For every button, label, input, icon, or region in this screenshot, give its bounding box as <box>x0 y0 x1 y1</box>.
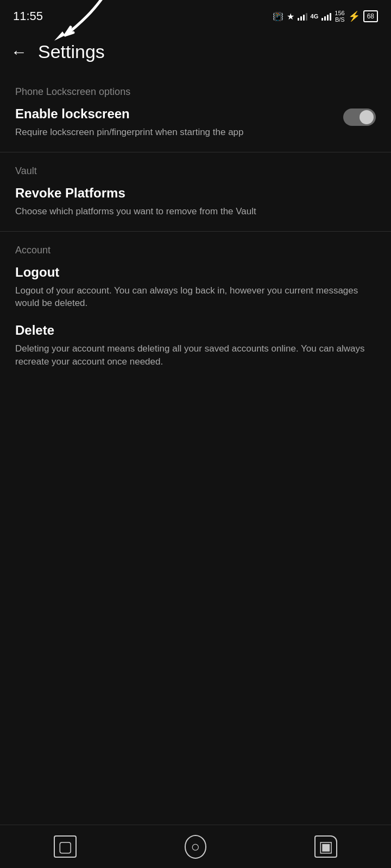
back-button[interactable]: ← <box>11 44 27 60</box>
lockscreen-toggle[interactable] <box>343 108 376 126</box>
revoke-platforms-desc: Choose which platforms you want to remov… <box>15 205 367 218</box>
setting-logout[interactable]: Logout Logout of your account. You can a… <box>15 265 376 323</box>
bottom-nav: ▢ ○ ▣ <box>0 825 391 868</box>
section-phone-lockscreen: Phone Lockscreen options Enable lockscre… <box>0 73 391 152</box>
setting-delete[interactable]: Delete Deleting your account means delet… <box>15 323 376 381</box>
revoke-platforms-title: Revoke Platforms <box>15 186 367 201</box>
status-time: 11:55 <box>13 9 43 23</box>
signal-bars-1 <box>298 12 307 21</box>
charging-icon: ⚡ <box>348 10 360 22</box>
section-label-vault: Vault <box>15 165 376 177</box>
section-label-lockscreen: Phone Lockscreen options <box>15 86 376 98</box>
section-account: Account Logout Logout of your account. Y… <box>0 232 391 381</box>
setting-revoke-platforms[interactable]: Revoke Platforms Choose which platforms … <box>15 186 376 231</box>
home-icon[interactable]: ○ <box>185 835 207 859</box>
page-header: ← Settings <box>0 30 391 73</box>
lockscreen-desc: Require lockscreen pin/fingerprint when … <box>15 126 335 139</box>
status-icons: 📳 ★ 4G 156B/S ⚡ 68 <box>273 10 378 23</box>
logout-desc: Logout of your account. You can always l… <box>15 284 367 310</box>
status-bar: 11:55 📳 ★ 4G 156B/S ⚡ 68 <box>0 0 391 30</box>
bluetooth-icon: ★ <box>287 11 294 22</box>
toggle-thumb <box>360 110 374 124</box>
logout-title: Logout <box>15 265 367 280</box>
data-speed: 156B/S <box>335 10 344 23</box>
delete-desc: Deleting your account means deleting all… <box>15 342 367 368</box>
lockscreen-title: Enable lockscreen <box>15 106 335 122</box>
back-nav-icon[interactable]: ▣ <box>314 835 337 858</box>
battery-indicator: 68 <box>363 10 378 22</box>
signal-bars-2 <box>321 12 331 21</box>
vibrate-icon: 📳 <box>273 11 283 22</box>
section-vault: Vault Revoke Platforms Choose which plat… <box>0 152 391 231</box>
recent-apps-icon[interactable]: ▢ <box>54 835 77 858</box>
network-type: 4G <box>311 13 319 20</box>
section-label-account: Account <box>15 245 376 256</box>
page-title: Settings <box>38 41 105 62</box>
delete-title: Delete <box>15 323 367 338</box>
setting-enable-lockscreen[interactable]: Enable lockscreen Require lockscreen pin… <box>15 106 376 152</box>
